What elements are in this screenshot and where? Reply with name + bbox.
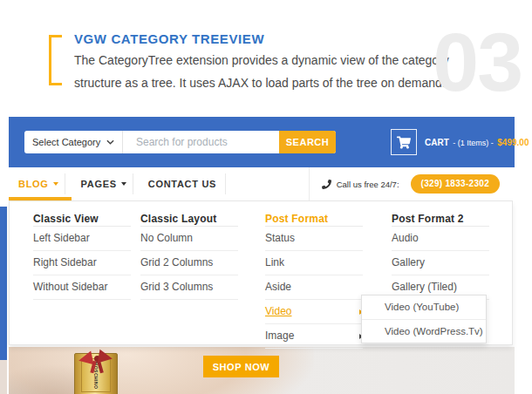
dropdown-column-header: Classic Layout <box>140 201 238 227</box>
menu-item-label: CONTACT US <box>148 179 216 189</box>
cart-widget[interactable]: CART - (1 Items) - $499.00 <box>391 129 529 155</box>
menu-item-blog[interactable]: BLOG <box>9 167 65 200</box>
category-select[interactable]: Select Category <box>24 131 123 153</box>
bracket-decoration <box>49 35 62 85</box>
page-title: VGW CATEGORY TREEVIEW <box>74 31 264 46</box>
menu-phone-section: Call us free 24/7: (329) 1833-2302 <box>309 167 515 200</box>
dropdown-column-header: Post Format <box>265 201 363 227</box>
dropdown-column-post-format: Post Format Status Link Aside Video Imag… <box>265 201 363 349</box>
ribbon-bow-image <box>77 348 117 370</box>
menu-item-contact-us[interactable]: CONTACT US <box>133 167 225 200</box>
chevron-down-icon <box>106 139 114 145</box>
menu-item-label: PAGES <box>81 179 117 189</box>
cart-icon-box[interactable] <box>391 129 417 155</box>
dropdown-item[interactable]: Audio <box>392 227 489 251</box>
slider-left-edge <box>0 207 7 360</box>
menu-divider <box>225 173 226 194</box>
dropdown-item[interactable]: Left Sidebar <box>33 227 131 251</box>
dropdown-item[interactable]: Grid 2 Columns <box>140 251 238 275</box>
hero-slider: MOSCHINO SHOP NOW <box>9 347 515 394</box>
dropdown-column-classic-layout: Classic Layout No Column Grid 2 Columns … <box>140 201 238 300</box>
dropdown-column-classic-view: Classic View Left Sidebar Right Sidebar … <box>33 201 131 300</box>
call-us-text: Call us free 24/7: <box>337 180 399 189</box>
search-button[interactable]: SEARCH <box>279 131 336 153</box>
dropdown-item[interactable]: Status <box>265 227 363 251</box>
phone-number-button[interactable]: (329) 1833-2302 <box>411 174 500 194</box>
feature-intro-section: VGW CATEGORY TREEVIEW The CategoryTree e… <box>0 0 532 117</box>
dropdown-item-image[interactable]: Image <box>265 324 363 349</box>
search-input[interactable] <box>123 131 279 153</box>
cart-label: CART <box>425 138 449 147</box>
menu-item-label: BLOG <box>18 179 49 189</box>
slider-left-edge-bottom <box>0 360 7 394</box>
menu-section-divider <box>309 167 310 200</box>
blog-mega-dropdown: Classic View Left Sidebar Right Sidebar … <box>9 200 513 345</box>
chevron-down-icon <box>53 182 58 186</box>
product-search-widget: Select Category SEARCH <box>24 131 336 153</box>
dropdown-item[interactable]: Link <box>265 251 363 275</box>
dropdown-column-post-format-2: Post Format 2 Audio Gallery Gallery (Til… <box>392 201 489 300</box>
video-submenu: Video (YouTube) Video (WordPress.Tv) <box>361 295 487 343</box>
dropdown-item[interactable]: Without Sidebar <box>33 275 131 300</box>
dropdown-column-header: Post Format 2 <box>392 201 489 227</box>
dropdown-column-header: Classic View <box>33 201 131 227</box>
main-menu-bar: BLOG PAGES CONTACT US Call us free 24/7:… <box>9 167 515 200</box>
feature-index-number: 03 <box>433 21 522 104</box>
dropdown-item-video[interactable]: Video <box>265 300 363 324</box>
dropdown-item[interactable]: Right Sidebar <box>33 251 131 275</box>
shop-now-button[interactable]: SHOP NOW <box>203 356 279 377</box>
dropdown-item[interactable]: No Column <box>140 227 238 251</box>
cart-icon <box>397 136 411 149</box>
category-select-label: Select Category <box>32 137 106 147</box>
cart-total: $499.00 <box>497 138 529 147</box>
menu-item-pages[interactable]: PAGES <box>65 167 133 200</box>
phone-icon <box>322 180 331 189</box>
cart-summary: CART - (1 Items) - $499.00 <box>425 138 529 147</box>
active-menu-underline <box>9 197 72 200</box>
header-search-bar: Select Category SEARCH CART - (1 Items) … <box>9 117 515 167</box>
submenu-item[interactable]: Video (WordPress.Tv) <box>362 320 486 343</box>
chevron-down-icon <box>121 182 126 186</box>
dropdown-item[interactable]: Gallery <box>392 251 489 275</box>
cart-items-count: - (1 Items) - <box>453 139 494 147</box>
dropdown-item[interactable]: Aside <box>265 275 363 300</box>
dropdown-item[interactable]: Grid 3 Columns <box>140 275 238 300</box>
feature-description: The CategoryTree extension provides a dy… <box>74 49 480 94</box>
submenu-item[interactable]: Video (YouTube) <box>362 296 486 320</box>
